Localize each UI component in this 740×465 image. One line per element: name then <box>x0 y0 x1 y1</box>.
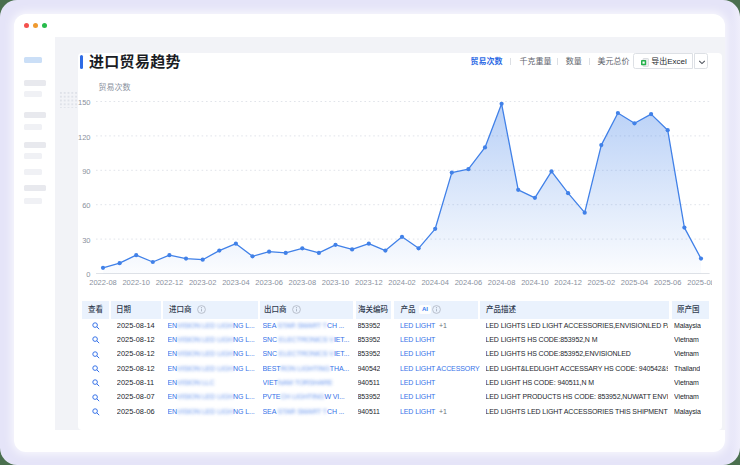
svg-text:2025-02: 2025-02 <box>588 278 616 287</box>
svg-text:2024-10: 2024-10 <box>521 278 549 287</box>
svg-text:30: 30 <box>82 236 90 245</box>
svg-text:2023-06: 2023-06 <box>255 278 283 287</box>
svg-text:150: 150 <box>78 98 91 107</box>
svg-text:2024-08: 2024-08 <box>488 278 516 287</box>
svg-text:60: 60 <box>82 201 90 210</box>
svg-text:2023-10: 2023-10 <box>322 278 350 287</box>
svg-text:2023-08: 2023-08 <box>289 278 317 287</box>
svg-text:120: 120 <box>78 133 91 142</box>
svg-text:2024-04: 2024-04 <box>421 278 449 287</box>
svg-text:2024-02: 2024-02 <box>388 278 416 287</box>
svg-text:2025-04: 2025-04 <box>621 278 649 287</box>
svg-text:2022-08: 2022-08 <box>89 278 117 287</box>
svg-text:2023-02: 2023-02 <box>189 278 217 287</box>
svg-text:2024-12: 2024-12 <box>554 278 582 287</box>
svg-text:2022-10: 2022-10 <box>122 278 150 287</box>
svg-text:2022-12: 2022-12 <box>156 278 184 287</box>
svg-text:2023-12: 2023-12 <box>355 278 383 287</box>
svg-text:2024-06: 2024-06 <box>455 278 483 287</box>
svg-text:90: 90 <box>82 167 90 176</box>
svg-text:2025-06: 2025-06 <box>654 278 682 287</box>
svg-text:2025-08: 2025-08 <box>687 278 712 287</box>
svg-text:2023-04: 2023-04 <box>222 278 250 287</box>
